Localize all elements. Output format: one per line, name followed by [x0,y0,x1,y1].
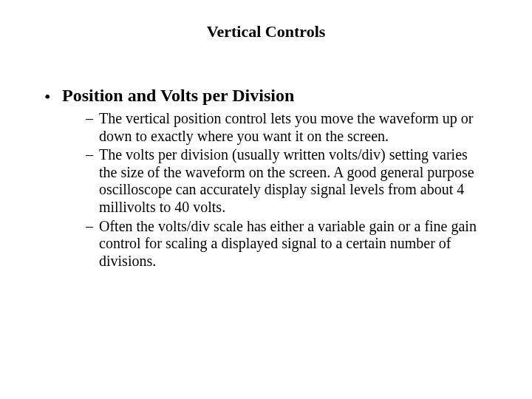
bullet-level2-item: Often the volts/div scale has either a v… [86,218,488,270]
slide: Vertical Controls Position and Volts per… [0,0,532,399]
bullet-level2-text: The volts per division (usually written … [99,146,474,215]
bullet-level2-text: Often the volts/div scale has either a v… [99,218,477,269]
slide-title: Vertical Controls [44,22,488,41]
bullet-level2-item: The vertical position control lets you m… [86,110,488,145]
bullet-list-level2: The vertical position control lets you m… [59,110,488,270]
bullet-level2-text: The vertical position control lets you m… [99,110,474,144]
bullet-level2-item: The volts per division (usually written … [86,146,488,216]
bullet-list-level1: Position and Volts per Division The vert… [44,86,488,270]
bullet-level1-item: Position and Volts per Division The vert… [59,86,488,270]
bullet-level1-text: Position and Volts per Division [62,86,294,105]
